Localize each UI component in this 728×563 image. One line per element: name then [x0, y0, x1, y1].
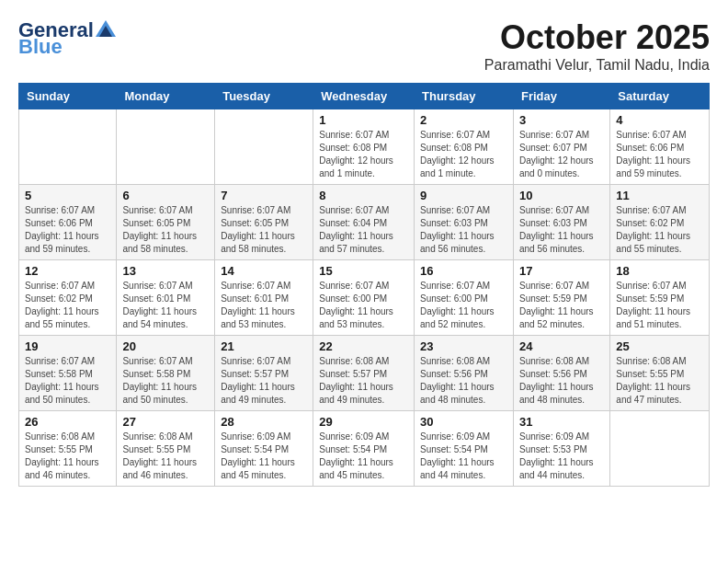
day-info: Sunrise: 6:07 AM Sunset: 5:59 PM Dayligh…	[519, 280, 604, 331]
calendar-cell: 26Sunrise: 6:08 AM Sunset: 5:55 PM Dayli…	[19, 411, 117, 487]
page-header: General Blue October 2025 Paramathi Velu…	[18, 18, 710, 74]
day-number: 30	[420, 415, 507, 429]
week-row-4: 19Sunrise: 6:07 AM Sunset: 5:58 PM Dayli…	[19, 336, 710, 411]
day-info: Sunrise: 6:07 AM Sunset: 6:03 PM Dayligh…	[420, 204, 507, 256]
day-info: Sunrise: 6:07 AM Sunset: 5:58 PM Dayligh…	[122, 355, 209, 407]
day-info: Sunrise: 6:07 AM Sunset: 6:06 PM Dayligh…	[616, 129, 703, 180]
day-info: Sunrise: 6:09 AM Sunset: 5:54 PM Dayligh…	[221, 431, 307, 482]
day-info: Sunrise: 6:07 AM Sunset: 6:01 PM Dayligh…	[122, 280, 209, 331]
day-info: Sunrise: 6:07 AM Sunset: 6:00 PM Dayligh…	[420, 280, 507, 331]
day-number: 23	[420, 339, 507, 353]
col-thursday: Thursday	[415, 84, 514, 109]
month-title: October 2025	[484, 18, 710, 57]
day-info: Sunrise: 6:08 AM Sunset: 5:56 PM Dayligh…	[519, 355, 604, 407]
calendar-cell: 29Sunrise: 6:09 AM Sunset: 5:54 PM Dayli…	[313, 411, 415, 487]
calendar-cell: 17Sunrise: 6:07 AM Sunset: 5:59 PM Dayli…	[513, 260, 609, 336]
day-info: Sunrise: 6:09 AM Sunset: 5:54 PM Dayligh…	[420, 431, 507, 482]
header-row: Sunday Monday Tuesday Wednesday Thursday…	[19, 84, 710, 109]
col-monday: Monday	[117, 84, 215, 109]
day-info: Sunrise: 6:07 AM Sunset: 6:08 PM Dayligh…	[420, 129, 507, 180]
day-number: 9	[420, 189, 507, 202]
day-info: Sunrise: 6:07 AM Sunset: 6:02 PM Dayligh…	[25, 280, 110, 331]
calendar-cell: 30Sunrise: 6:09 AM Sunset: 5:54 PM Dayli…	[415, 411, 514, 487]
calendar-cell: 13Sunrise: 6:07 AM Sunset: 6:01 PM Dayli…	[117, 260, 215, 336]
calendar-cell: 6Sunrise: 6:07 AM Sunset: 6:05 PM Daylig…	[117, 185, 215, 260]
logo-blue: Blue	[18, 35, 63, 59]
day-number: 3	[519, 113, 604, 127]
day-number: 11	[616, 189, 703, 202]
calendar-cell: 10Sunrise: 6:07 AM Sunset: 6:03 PM Dayli…	[513, 185, 609, 260]
day-info: Sunrise: 6:07 AM Sunset: 5:57 PM Dayligh…	[221, 355, 307, 407]
day-number: 2	[420, 113, 507, 127]
day-number: 20	[122, 339, 209, 353]
week-row-2: 5Sunrise: 6:07 AM Sunset: 6:06 PM Daylig…	[19, 185, 710, 260]
col-saturday: Saturday	[610, 84, 710, 109]
day-number: 14	[221, 264, 307, 278]
day-info: Sunrise: 6:07 AM Sunset: 6:07 PM Dayligh…	[519, 129, 604, 180]
day-number: 25	[616, 339, 703, 353]
day-number: 10	[519, 189, 604, 202]
day-info: Sunrise: 6:08 AM Sunset: 5:57 PM Dayligh…	[319, 355, 408, 407]
calendar-cell: 21Sunrise: 6:07 AM Sunset: 5:57 PM Dayli…	[215, 336, 313, 411]
col-friday: Friday	[513, 84, 609, 109]
day-info: Sunrise: 6:07 AM Sunset: 6:04 PM Dayligh…	[319, 204, 408, 256]
day-info: Sunrise: 6:08 AM Sunset: 5:55 PM Dayligh…	[616, 355, 703, 407]
calendar-cell: 28Sunrise: 6:09 AM Sunset: 5:54 PM Dayli…	[215, 411, 313, 487]
day-info: Sunrise: 6:07 AM Sunset: 6:05 PM Dayligh…	[122, 204, 209, 256]
day-number: 7	[221, 189, 307, 202]
day-info: Sunrise: 6:07 AM Sunset: 5:58 PM Dayligh…	[25, 355, 110, 407]
day-number: 8	[319, 189, 408, 202]
day-info: Sunrise: 6:08 AM Sunset: 5:56 PM Dayligh…	[420, 355, 507, 407]
calendar-cell: 23Sunrise: 6:08 AM Sunset: 5:56 PM Dayli…	[415, 336, 514, 411]
calendar-cell: 4Sunrise: 6:07 AM Sunset: 6:06 PM Daylig…	[610, 109, 710, 185]
day-info: Sunrise: 6:07 AM Sunset: 5:59 PM Dayligh…	[616, 280, 703, 331]
calendar-cell: 15Sunrise: 6:07 AM Sunset: 6:00 PM Dayli…	[313, 260, 415, 336]
day-info: Sunrise: 6:07 AM Sunset: 6:01 PM Dayligh…	[221, 280, 307, 331]
calendar-cell: 20Sunrise: 6:07 AM Sunset: 5:58 PM Dayli…	[117, 336, 215, 411]
calendar-cell: 12Sunrise: 6:07 AM Sunset: 6:02 PM Dayli…	[19, 260, 117, 336]
day-number: 4	[616, 113, 703, 127]
col-wednesday: Wednesday	[313, 84, 415, 109]
day-number: 19	[25, 339, 110, 353]
day-number: 13	[122, 264, 209, 278]
day-number: 12	[25, 264, 110, 278]
col-sunday: Sunday	[19, 84, 117, 109]
calendar-cell	[19, 109, 117, 185]
calendar-cell: 11Sunrise: 6:07 AM Sunset: 6:02 PM Dayli…	[610, 185, 710, 260]
logo: General Blue	[18, 18, 116, 59]
day-number: 18	[616, 264, 703, 278]
day-info: Sunrise: 6:07 AM Sunset: 6:00 PM Dayligh…	[319, 280, 408, 331]
day-number: 24	[519, 339, 604, 353]
logo-icon	[96, 20, 116, 37]
week-row-3: 12Sunrise: 6:07 AM Sunset: 6:02 PM Dayli…	[19, 260, 710, 336]
day-number: 6	[122, 189, 209, 202]
day-number: 27	[122, 415, 209, 429]
title-section: October 2025 Paramathi Velur, Tamil Nadu…	[484, 18, 710, 74]
calendar-cell: 27Sunrise: 6:08 AM Sunset: 5:55 PM Dayli…	[117, 411, 215, 487]
day-number: 28	[221, 415, 307, 429]
day-info: Sunrise: 6:08 AM Sunset: 5:55 PM Dayligh…	[25, 431, 110, 482]
day-number: 5	[25, 189, 110, 202]
calendar-cell: 16Sunrise: 6:07 AM Sunset: 6:00 PM Dayli…	[415, 260, 514, 336]
calendar-cell: 14Sunrise: 6:07 AM Sunset: 6:01 PM Dayli…	[215, 260, 313, 336]
calendar-cell	[215, 109, 313, 185]
week-row-5: 26Sunrise: 6:08 AM Sunset: 5:55 PM Dayli…	[19, 411, 710, 487]
day-number: 17	[519, 264, 604, 278]
calendar-cell: 31Sunrise: 6:09 AM Sunset: 5:53 PM Dayli…	[513, 411, 609, 487]
calendar-cell: 25Sunrise: 6:08 AM Sunset: 5:55 PM Dayli…	[610, 336, 710, 411]
calendar-cell: 3Sunrise: 6:07 AM Sunset: 6:07 PM Daylig…	[513, 109, 609, 185]
day-info: Sunrise: 6:07 AM Sunset: 6:05 PM Dayligh…	[221, 204, 307, 256]
day-number: 29	[319, 415, 408, 429]
calendar-cell: 7Sunrise: 6:07 AM Sunset: 6:05 PM Daylig…	[215, 185, 313, 260]
calendar-cell: 18Sunrise: 6:07 AM Sunset: 5:59 PM Dayli…	[610, 260, 710, 336]
day-number: 16	[420, 264, 507, 278]
day-info: Sunrise: 6:07 AM Sunset: 6:08 PM Dayligh…	[319, 129, 408, 180]
calendar-cell: 9Sunrise: 6:07 AM Sunset: 6:03 PM Daylig…	[415, 185, 514, 260]
calendar-cell	[610, 411, 710, 487]
day-number: 31	[519, 415, 604, 429]
calendar-cell	[117, 109, 215, 185]
calendar-cell: 8Sunrise: 6:07 AM Sunset: 6:04 PM Daylig…	[313, 185, 415, 260]
calendar-table: Sunday Monday Tuesday Wednesday Thursday…	[18, 83, 710, 487]
week-row-1: 1Sunrise: 6:07 AM Sunset: 6:08 PM Daylig…	[19, 109, 710, 185]
day-number: 1	[319, 113, 408, 127]
